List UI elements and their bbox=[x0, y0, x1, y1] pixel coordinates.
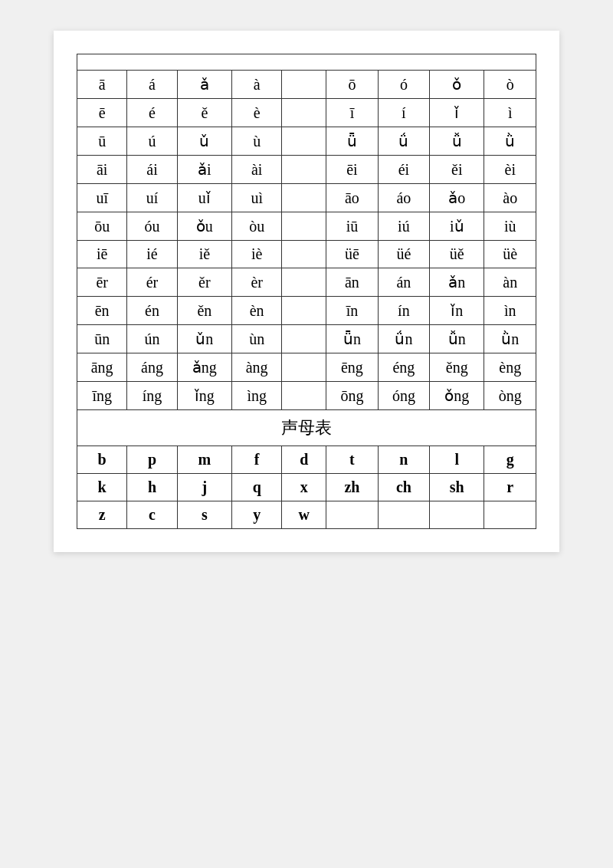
table-cell: īng bbox=[77, 382, 127, 410]
table-cell: ùn bbox=[232, 325, 282, 353]
table-cell: ǎi bbox=[177, 156, 231, 184]
consonant-cell: p bbox=[127, 446, 177, 474]
table-cell: ǖn bbox=[326, 325, 378, 353]
table-cell bbox=[282, 184, 326, 212]
table-cell: à bbox=[232, 71, 282, 99]
table-cell: áng bbox=[127, 353, 177, 382]
table-cell: ē bbox=[77, 99, 127, 127]
table-row: āngángǎngàngēngéngěngèng bbox=[77, 353, 536, 382]
table-cell: ēr bbox=[77, 268, 127, 297]
consonant-cell: f bbox=[232, 446, 282, 474]
table-cell bbox=[282, 353, 326, 382]
consonant-cell: w bbox=[282, 501, 326, 529]
table-cell: īn bbox=[326, 297, 378, 325]
table-cell bbox=[282, 127, 326, 156]
table-cell: àn bbox=[484, 268, 536, 297]
consonant-cell: r bbox=[484, 474, 536, 501]
table-cell: ūn bbox=[77, 325, 127, 353]
table-cell: èi bbox=[484, 156, 536, 184]
table-cell bbox=[282, 71, 326, 99]
table-cell: ái bbox=[127, 156, 177, 184]
table-cell: ǒ bbox=[430, 71, 484, 99]
section2-title: 声母表 bbox=[77, 410, 536, 446]
table-cell bbox=[282, 212, 326, 241]
table-cell: ěn bbox=[177, 297, 231, 325]
table-cell: ù bbox=[232, 127, 282, 156]
table-row: iēiéiěièüēüéüěüè bbox=[77, 241, 536, 268]
table-cell: ī bbox=[326, 99, 378, 127]
consonant-cell: y bbox=[232, 501, 282, 529]
table-cell: ǜ bbox=[484, 127, 536, 156]
table-cell: ǐn bbox=[430, 297, 484, 325]
consonant-cell: b bbox=[77, 446, 127, 474]
table-cell: ér bbox=[127, 268, 177, 297]
consonant-cell bbox=[430, 501, 484, 529]
table-cell bbox=[282, 268, 326, 297]
table-cell: án bbox=[378, 268, 429, 297]
table-cell: ǎo bbox=[430, 184, 484, 212]
table-cell: ōng bbox=[326, 382, 378, 410]
table-row: uīuíuǐuìāoáoǎoào bbox=[77, 184, 536, 212]
table-cell: ǎ bbox=[177, 71, 231, 99]
table-cell: iē bbox=[77, 241, 127, 268]
table-cell: ēn bbox=[77, 297, 127, 325]
table-cell: ā bbox=[77, 71, 127, 99]
table-cell: ǚn bbox=[430, 325, 484, 353]
table-cell: ài bbox=[232, 156, 282, 184]
table-cell: ǐ bbox=[430, 99, 484, 127]
table-cell: è bbox=[232, 99, 282, 127]
table-cell: ǘn bbox=[378, 325, 429, 353]
table-cell: ō bbox=[326, 71, 378, 99]
table-cell: uì bbox=[232, 184, 282, 212]
table-cell: ǒu bbox=[177, 212, 231, 241]
table-cell: ǖ bbox=[326, 127, 378, 156]
table-cell bbox=[282, 382, 326, 410]
consonant-cell: h bbox=[127, 474, 177, 501]
table-row: ūúǔùǖǘǚǜ bbox=[77, 127, 536, 156]
table-cell: ún bbox=[127, 325, 177, 353]
consonant-cell: m bbox=[177, 446, 231, 474]
table-cell: ōu bbox=[77, 212, 127, 241]
table-cell: ěng bbox=[430, 353, 484, 382]
table-cell: āng bbox=[77, 353, 127, 382]
table-cell: āi bbox=[77, 156, 127, 184]
table-cell: ǎng bbox=[177, 353, 231, 382]
consonant-cell: sh bbox=[430, 474, 484, 501]
table-cell bbox=[282, 156, 326, 184]
table-cell: üè bbox=[484, 241, 536, 268]
table-cell: ēi bbox=[326, 156, 378, 184]
table-cell: èng bbox=[484, 353, 536, 382]
consonant-cell bbox=[378, 501, 429, 529]
table-cell: uí bbox=[127, 184, 177, 212]
table-cell: ě bbox=[177, 99, 231, 127]
consonant-cell: t bbox=[326, 446, 378, 474]
table-cell: àng bbox=[232, 353, 282, 382]
table-cell: íng bbox=[127, 382, 177, 410]
table-cell: ěi bbox=[430, 156, 484, 184]
table-cell: ěr bbox=[177, 268, 231, 297]
main-table: āáǎàōóǒòēéěèīíǐìūúǔùǖǘǚǜāiáiǎiàiēiéiěièi… bbox=[77, 54, 536, 529]
consonant-cell bbox=[484, 501, 536, 529]
consonant-cell: ch bbox=[378, 474, 429, 501]
table-cell: òu bbox=[232, 212, 282, 241]
table-cell: ǚ bbox=[430, 127, 484, 156]
table-cell: ín bbox=[378, 297, 429, 325]
table-row: ēéěèīíǐì bbox=[77, 99, 536, 127]
consonant-cell: k bbox=[77, 474, 127, 501]
section-title-row: 声母表 bbox=[77, 410, 536, 446]
consonant-cell: g bbox=[484, 446, 536, 474]
table-row: ēnéněnènīnínǐnìn bbox=[77, 297, 536, 325]
table-cell: iú bbox=[378, 212, 429, 241]
title-row bbox=[77, 54, 536, 71]
table-cell: én bbox=[127, 297, 177, 325]
table-cell: èn bbox=[232, 297, 282, 325]
table-cell: uǐ bbox=[177, 184, 231, 212]
table-title bbox=[77, 54, 536, 71]
table-cell: áo bbox=[378, 184, 429, 212]
consonant-cell: zh bbox=[326, 474, 378, 501]
table-cell: iè bbox=[232, 241, 282, 268]
table-cell: á bbox=[127, 71, 177, 99]
table-cell: ú bbox=[127, 127, 177, 156]
table-cell: ǒng bbox=[430, 382, 484, 410]
consonant-cell: n bbox=[378, 446, 429, 474]
